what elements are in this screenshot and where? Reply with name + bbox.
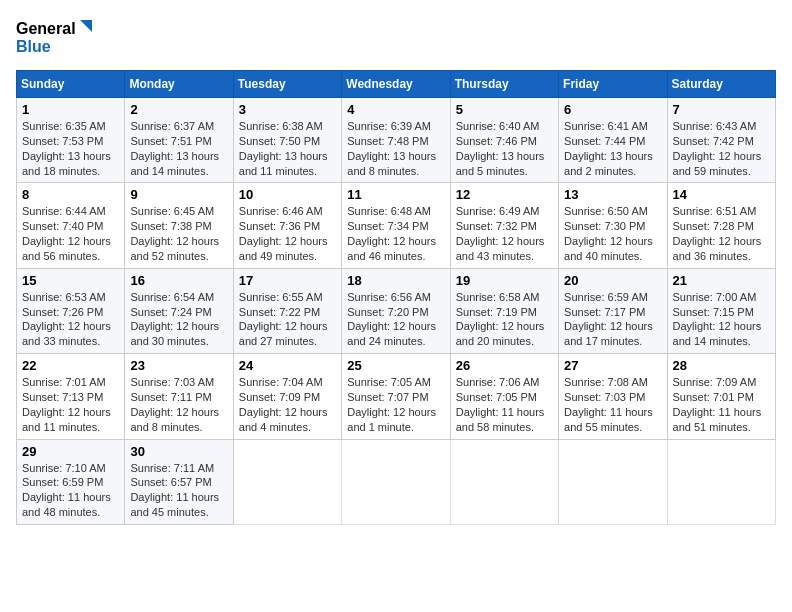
day-number: 8 — [22, 187, 119, 202]
cell-info: Daylight: 12 hours and 14 minutes. — [673, 319, 770, 349]
cell-info: Daylight: 13 hours and 5 minutes. — [456, 149, 553, 179]
day-number: 15 — [22, 273, 119, 288]
calendar-cell: 17Sunrise: 6:55 AMSunset: 7:22 PMDayligh… — [233, 268, 341, 353]
col-header-sunday: Sunday — [17, 71, 125, 98]
cell-info: Sunset: 7:24 PM — [130, 305, 227, 320]
cell-info: Daylight: 12 hours and 36 minutes. — [673, 234, 770, 264]
calendar-cell: 24Sunrise: 7:04 AMSunset: 7:09 PMDayligh… — [233, 354, 341, 439]
calendar-cell: 9Sunrise: 6:45 AMSunset: 7:38 PMDaylight… — [125, 183, 233, 268]
cell-info: Daylight: 12 hours and 46 minutes. — [347, 234, 444, 264]
cell-info: Sunset: 7:22 PM — [239, 305, 336, 320]
calendar-cell: 4Sunrise: 6:39 AMSunset: 7:48 PMDaylight… — [342, 98, 450, 183]
day-number: 1 — [22, 102, 119, 117]
day-number: 5 — [456, 102, 553, 117]
cell-info: Daylight: 11 hours and 48 minutes. — [22, 490, 119, 520]
calendar-cell — [667, 439, 775, 524]
calendar-cell — [233, 439, 341, 524]
cell-info: Sunrise: 7:00 AM — [673, 290, 770, 305]
day-number: 10 — [239, 187, 336, 202]
day-number: 20 — [564, 273, 661, 288]
day-number: 24 — [239, 358, 336, 373]
calendar-cell: 11Sunrise: 6:48 AMSunset: 7:34 PMDayligh… — [342, 183, 450, 268]
day-number: 17 — [239, 273, 336, 288]
cell-info: Sunset: 7:44 PM — [564, 134, 661, 149]
cell-info: Sunset: 7:40 PM — [22, 219, 119, 234]
cell-info: Daylight: 12 hours and 59 minutes. — [673, 149, 770, 179]
cell-info: Sunset: 7:32 PM — [456, 219, 553, 234]
day-number: 23 — [130, 358, 227, 373]
day-number: 14 — [673, 187, 770, 202]
col-header-friday: Friday — [559, 71, 667, 98]
cell-info: Sunrise: 7:04 AM — [239, 375, 336, 390]
day-number: 11 — [347, 187, 444, 202]
cell-info: Daylight: 12 hours and 4 minutes. — [239, 405, 336, 435]
calendar-cell — [559, 439, 667, 524]
cell-info: Daylight: 12 hours and 27 minutes. — [239, 319, 336, 349]
day-number: 13 — [564, 187, 661, 202]
calendar-cell: 15Sunrise: 6:53 AMSunset: 7:26 PMDayligh… — [17, 268, 125, 353]
calendar-cell: 22Sunrise: 7:01 AMSunset: 7:13 PMDayligh… — [17, 354, 125, 439]
calendar-table: SundayMondayTuesdayWednesdayThursdayFrid… — [16, 70, 776, 525]
cell-info: Sunrise: 6:35 AM — [22, 119, 119, 134]
svg-text:General: General — [16, 20, 76, 37]
cell-info: Daylight: 12 hours and 33 minutes. — [22, 319, 119, 349]
calendar-cell: 28Sunrise: 7:09 AMSunset: 7:01 PMDayligh… — [667, 354, 775, 439]
cell-info: Sunset: 7:30 PM — [564, 219, 661, 234]
calendar-cell: 8Sunrise: 6:44 AMSunset: 7:40 PMDaylight… — [17, 183, 125, 268]
calendar-cell: 2Sunrise: 6:37 AMSunset: 7:51 PMDaylight… — [125, 98, 233, 183]
cell-info: Daylight: 12 hours and 49 minutes. — [239, 234, 336, 264]
calendar-cell: 1Sunrise: 6:35 AMSunset: 7:53 PMDaylight… — [17, 98, 125, 183]
cell-info: Daylight: 13 hours and 11 minutes. — [239, 149, 336, 179]
svg-text:Blue: Blue — [16, 38, 51, 55]
cell-info: Sunset: 7:36 PM — [239, 219, 336, 234]
cell-info: Sunrise: 7:09 AM — [673, 375, 770, 390]
day-number: 25 — [347, 358, 444, 373]
cell-info: Sunset: 7:42 PM — [673, 134, 770, 149]
day-number: 18 — [347, 273, 444, 288]
calendar-cell: 18Sunrise: 6:56 AMSunset: 7:20 PMDayligh… — [342, 268, 450, 353]
day-number: 29 — [22, 444, 119, 459]
cell-info: Sunset: 7:53 PM — [22, 134, 119, 149]
cell-info: Sunset: 7:17 PM — [564, 305, 661, 320]
calendar-cell: 6Sunrise: 6:41 AMSunset: 7:44 PMDaylight… — [559, 98, 667, 183]
col-header-saturday: Saturday — [667, 71, 775, 98]
day-number: 30 — [130, 444, 227, 459]
calendar-cell: 3Sunrise: 6:38 AMSunset: 7:50 PMDaylight… — [233, 98, 341, 183]
calendar-cell: 27Sunrise: 7:08 AMSunset: 7:03 PMDayligh… — [559, 354, 667, 439]
calendar-week-5: 29Sunrise: 7:10 AMSunset: 6:59 PMDayligh… — [17, 439, 776, 524]
cell-info: Daylight: 11 hours and 55 minutes. — [564, 405, 661, 435]
cell-info: Sunrise: 6:41 AM — [564, 119, 661, 134]
cell-info: Sunset: 7:03 PM — [564, 390, 661, 405]
cell-info: Sunrise: 6:38 AM — [239, 119, 336, 134]
calendar-week-1: 1Sunrise: 6:35 AMSunset: 7:53 PMDaylight… — [17, 98, 776, 183]
cell-info: Sunset: 7:01 PM — [673, 390, 770, 405]
cell-info: Sunrise: 6:37 AM — [130, 119, 227, 134]
cell-info: Sunset: 7:13 PM — [22, 390, 119, 405]
cell-info: Sunset: 7:28 PM — [673, 219, 770, 234]
logo-icon: GeneralBlue — [16, 16, 96, 60]
cell-info: Sunrise: 7:10 AM — [22, 461, 119, 476]
cell-info: Sunrise: 6:48 AM — [347, 204, 444, 219]
cell-info: Sunrise: 6:56 AM — [347, 290, 444, 305]
cell-info: Sunrise: 6:53 AM — [22, 290, 119, 305]
cell-info: Sunrise: 6:45 AM — [130, 204, 227, 219]
calendar-cell: 30Sunrise: 7:11 AMSunset: 6:57 PMDayligh… — [125, 439, 233, 524]
cell-info: Sunset: 6:59 PM — [22, 475, 119, 490]
cell-info: Sunset: 7:50 PM — [239, 134, 336, 149]
day-number: 3 — [239, 102, 336, 117]
col-header-tuesday: Tuesday — [233, 71, 341, 98]
day-number: 7 — [673, 102, 770, 117]
calendar-cell: 10Sunrise: 6:46 AMSunset: 7:36 PMDayligh… — [233, 183, 341, 268]
cell-info: Sunrise: 6:59 AM — [564, 290, 661, 305]
cell-info: Daylight: 11 hours and 58 minutes. — [456, 405, 553, 435]
col-header-monday: Monday — [125, 71, 233, 98]
cell-info: Sunset: 7:07 PM — [347, 390, 444, 405]
cell-info: Sunrise: 7:08 AM — [564, 375, 661, 390]
cell-info: Daylight: 11 hours and 45 minutes. — [130, 490, 227, 520]
cell-info: Sunrise: 6:55 AM — [239, 290, 336, 305]
day-number: 2 — [130, 102, 227, 117]
day-number: 26 — [456, 358, 553, 373]
day-number: 16 — [130, 273, 227, 288]
cell-info: Sunrise: 6:49 AM — [456, 204, 553, 219]
day-number: 21 — [673, 273, 770, 288]
